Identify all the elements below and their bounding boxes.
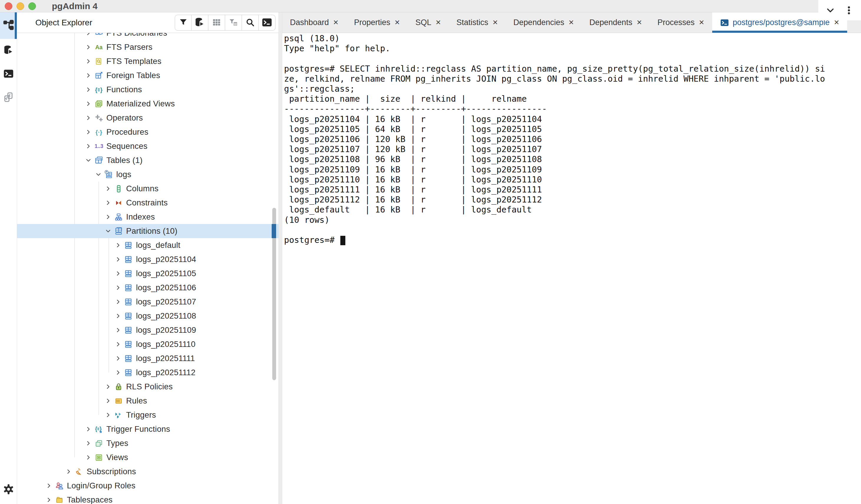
tree-item[interactable]: FTS Dictionaries (17, 33, 278, 40)
chevron-right-icon[interactable] (85, 57, 92, 65)
tree-item[interactable]: Types (17, 436, 278, 450)
chevron-right-icon[interactable] (85, 43, 92, 51)
chevron-right-icon[interactable] (104, 383, 112, 391)
toolbar-query-tool-button[interactable] (192, 15, 208, 31)
tab-sql[interactable]: SQL✕ (408, 12, 449, 33)
tree-item[interactable]: Subscriptions (17, 464, 278, 479)
tree-item[interactable]: Plogs (17, 167, 278, 181)
chevron-right-icon[interactable] (114, 340, 122, 348)
chevron-right-icon[interactable] (114, 270, 122, 277)
tree-item[interactable]: logs_p20251109 (17, 323, 278, 337)
close-icon[interactable]: ✕ (492, 18, 498, 27)
close-icon[interactable]: ✕ (637, 18, 642, 27)
toolbar-filtered-rows-button[interactable] (225, 15, 242, 31)
chevron-down-icon[interactable] (85, 156, 92, 164)
chevron-right-icon[interactable] (104, 213, 112, 221)
chevron-right-icon[interactable] (85, 439, 92, 447)
chevron-down-icon[interactable] (824, 4, 837, 17)
window-zoom-button[interactable] (28, 2, 36, 10)
tab-properties[interactable]: Properties✕ (346, 12, 408, 33)
window-minimize-button[interactable] (16, 2, 24, 10)
chevron-right-icon[interactable] (114, 256, 122, 263)
chevron-right-icon[interactable] (85, 114, 92, 122)
tab-statistics[interactable]: Statistics✕ (449, 12, 506, 33)
chevron-right-icon[interactable] (45, 482, 53, 490)
tree-item[interactable]: Rules (17, 394, 278, 408)
chevron-right-icon[interactable] (65, 468, 72, 475)
tree-item[interactable]: logs_default (17, 238, 278, 252)
tab-dependents[interactable]: Dependents✕ (582, 12, 650, 33)
tree-item[interactable]: Partitions (10) (17, 224, 278, 238)
chevron-right-icon[interactable] (85, 86, 92, 93)
rail-item-query-tool[interactable] (0, 39, 17, 63)
close-icon[interactable]: ✕ (333, 18, 339, 27)
chevron-right-icon[interactable] (114, 298, 122, 305)
chevron-right-icon[interactable] (45, 496, 53, 504)
tree-item[interactable]: {}Trigger Functions (17, 422, 278, 436)
chevron-down-icon[interactable] (104, 227, 112, 235)
chevron-right-icon[interactable] (114, 355, 122, 362)
tree-item[interactable]: logs_p20251112 (17, 366, 278, 380)
tree-item[interactable]: Indexes (17, 210, 278, 224)
close-icon[interactable]: ✕ (699, 18, 704, 27)
chevron-right-icon[interactable] (85, 100, 92, 108)
tree-item[interactable]: Tables (1) (17, 153, 278, 167)
rail-item-object-explorer[interactable] (0, 12, 17, 39)
tree-item[interactable]: logs_p20251106 (17, 281, 278, 295)
tab-dashboard[interactable]: Dashboard✕ (282, 12, 346, 33)
window-close-button[interactable] (5, 2, 12, 10)
toolbar-psql-tool-button[interactable] (259, 15, 275, 31)
tree-item[interactable]: Operators (17, 111, 278, 125)
chevron-right-icon[interactable] (114, 241, 122, 249)
tree-item[interactable]: Login/Group Roles (17, 479, 278, 493)
chevron-right-icon[interactable] (114, 369, 122, 377)
toolbar-search-button[interactable] (242, 15, 259, 31)
terminal-output[interactable]: psql (18.0) Type "help" for help. postgr… (282, 33, 861, 504)
chevron-right-icon[interactable] (114, 312, 122, 320)
kebab-menu-icon[interactable] (843, 4, 856, 17)
tree-item[interactable]: Constraints (17, 196, 278, 210)
tree-item[interactable]: logs_p20251111 (17, 351, 278, 366)
rail-item-psql-tool[interactable] (0, 63, 17, 86)
tree-item[interactable]: {}Procedures (17, 125, 278, 139)
close-icon[interactable]: ✕ (436, 18, 441, 27)
tab-processes[interactable]: Processes✕ (650, 12, 712, 33)
chevron-right-icon[interactable] (85, 454, 92, 461)
tree-item[interactable]: logs_p20251110 (17, 337, 278, 351)
chevron-right-icon[interactable] (114, 284, 122, 291)
close-icon[interactable]: ✕ (569, 18, 574, 27)
tree-item[interactable]: Columns (17, 181, 278, 196)
chevron-right-icon[interactable] (85, 128, 92, 136)
tree-item[interactable]: AaFTS Parsers (17, 40, 278, 54)
chevron-right-icon[interactable] (114, 326, 122, 334)
chevron-down-icon[interactable] (95, 171, 102, 178)
rail-item-settings[interactable] (0, 478, 17, 502)
chevron-right-icon[interactable] (85, 425, 92, 433)
chevron-right-icon[interactable] (104, 199, 112, 207)
tree-item[interactable]: Materialized Views (17, 97, 278, 111)
tree-item[interactable]: Views (17, 450, 278, 464)
chevron-right-icon[interactable] (85, 72, 92, 79)
tree-item[interactable]: logs_p20251105 (17, 267, 278, 281)
tree-item[interactable]: RLS Policies (17, 380, 278, 394)
chevron-right-icon[interactable] (104, 411, 112, 419)
tree-item[interactable]: Tablespaces (17, 493, 278, 504)
toolbar-view-data-button[interactable] (208, 15, 225, 31)
chevron-right-icon[interactable] (85, 33, 92, 37)
tree-item[interactable]: Triggers (17, 408, 278, 422)
tree-item[interactable]: {}Functions (17, 83, 278, 97)
close-icon[interactable]: ✕ (394, 18, 400, 27)
rail-item-schema-diff[interactable] (0, 86, 17, 110)
chevron-right-icon[interactable] (104, 185, 112, 192)
chevron-right-icon[interactable] (85, 142, 92, 150)
panel-resize-handle[interactable] (278, 12, 282, 504)
tree-item[interactable]: Foreign Tables (17, 68, 278, 83)
tree-item[interactable]: logs_p20251107 (17, 295, 278, 309)
tree-item[interactable]: logs_p20251108 (17, 309, 278, 323)
tree-item[interactable]: 1..3Sequences (17, 139, 278, 153)
tab-dependencies[interactable]: Dependencies✕ (506, 12, 582, 33)
toolbar-filter-button[interactable] (175, 15, 192, 31)
chevron-right-icon[interactable] (104, 397, 112, 405)
tree-item[interactable]: FTS Templates (17, 54, 278, 68)
tree-item[interactable]: logs_p20251104 (17, 252, 278, 267)
